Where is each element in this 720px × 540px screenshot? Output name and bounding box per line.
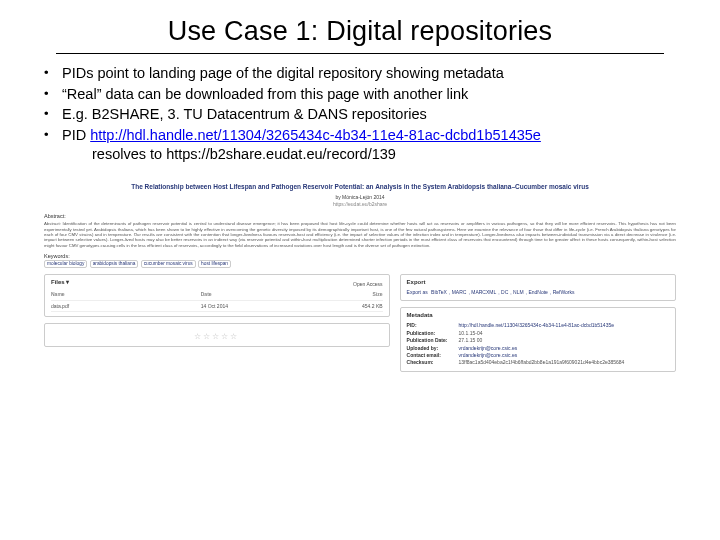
file-size: 454.2 KB (308, 303, 383, 309)
meta-pid-link[interactable]: http://hdl.handle.net/11304/3265434c-4b3… (459, 322, 669, 328)
files-header-row: Name Date Size (51, 289, 383, 300)
files-heading[interactable]: Files ▾ (51, 279, 69, 287)
file-name: data.pdf (51, 303, 201, 309)
meta-row-email: Contact email:vrdandekrijn@core.csic.es (407, 352, 669, 358)
export-format-link[interactable]: RefWorks (553, 289, 575, 295)
screenshot-landing-page: The Relationship between Host Lifespan a… (36, 183, 684, 378)
bullet-item: “Real” data can be downloaded from this … (44, 85, 684, 105)
record-url: https://eudat.eu/b2share (44, 201, 676, 207)
meta-row-uploader: Uploaded by:vrdandekrijn@core.csic.es (407, 345, 669, 351)
keyword-chip[interactable]: molecular biology (44, 260, 87, 268)
metadata-box: Metadata PID:http://hdl.handle.net/11304… (400, 307, 676, 372)
bullet-list: PIDs point to landing page of the digita… (36, 64, 684, 165)
keyword-chip[interactable]: arabidopsis thaliana (90, 260, 139, 268)
file-date: 14 Oct 2014 (201, 303, 308, 309)
files-box: Files ▾ Open Access Name Date Size data.… (44, 274, 390, 317)
panel-left: Files ▾ Open Access Name Date Size data.… (44, 274, 390, 378)
bullet-item: PIDs point to landing page of the digita… (44, 64, 684, 84)
rating-box: ☆☆☆☆☆ (44, 323, 390, 347)
keywords-label: Keywords: (44, 253, 676, 260)
export-format-link[interactable]: DC (501, 289, 508, 295)
meta-row-publication: Publication:10.1.15-04 (407, 330, 669, 336)
export-format-link[interactable]: BibTeX (431, 289, 447, 295)
abstract-label: Abstract: (44, 213, 676, 220)
keyword-chip[interactable]: cucumber mosaic virus (141, 260, 196, 268)
export-box: Export Export as BibTeX, MARC, MARCXML, … (400, 274, 676, 301)
keyword-chip[interactable]: host lifespan (198, 260, 231, 268)
export-format-link[interactable]: EndNote (528, 289, 547, 295)
file-row[interactable]: data.pdf 14 Oct 2014 454.2 KB (51, 301, 383, 312)
record-title: The Relationship between Host Lifespan a… (44, 183, 676, 191)
export-format-link[interactable]: MARC (452, 289, 467, 295)
rating-stars[interactable]: ☆☆☆☆☆ (51, 328, 383, 342)
col-name: Name (51, 291, 201, 297)
export-prefix: Export as (407, 289, 428, 295)
pid-link[interactable]: http://hdl.handle.net/11304/3265434c-4b3… (90, 127, 541, 143)
meta-row-pubdate: Publication Date:27.1.15 00 (407, 337, 669, 343)
panels: Files ▾ Open Access Name Date Size data.… (44, 274, 676, 378)
export-heading: Export (407, 279, 669, 287)
abstract-text: Abstract: Identification of the determin… (44, 221, 676, 248)
open-access-badge: Open Access (353, 281, 382, 287)
meta-row-checksum: Checksum:13ff8ac1a5d404eba2c1f4b6ffabd2b… (407, 359, 669, 365)
export-format-link[interactable]: MARCXML (471, 289, 496, 295)
slide: Use Case 1: Digital repositories PIDs po… (0, 0, 720, 540)
bullet-text: PIDs point to landing page of the digita… (62, 65, 504, 81)
export-format-link[interactable]: NLM (513, 289, 524, 295)
record-byline: by Mónica-Lejón 2014 (44, 194, 676, 200)
meta-row-pid: PID:http://hdl.handle.net/11304/3265434c… (407, 322, 669, 328)
bullet-item: PID http://hdl.handle.net/11304/3265434c… (44, 126, 684, 165)
bullet-text: E.g. B2SHARE, 3. TU Datacentrum & DANS r… (62, 106, 427, 122)
bullet-text: “Real” data can be downloaded from this … (62, 86, 468, 102)
keywords-row: molecular biology arabidopsis thaliana c… (44, 260, 676, 268)
export-links: Export as BibTeX, MARC, MARCXML, DC, NLM… (407, 289, 669, 295)
bullet-resolves: resolves to https://b2share.eudat.eu/rec… (62, 145, 684, 165)
col-date: Date (201, 291, 308, 297)
panel-right: Export Export as BibTeX, MARC, MARCXML, … (400, 274, 676, 378)
bullet-text-prefix: PID (62, 127, 90, 143)
metadata-heading: Metadata (407, 312, 669, 320)
col-size: Size (308, 291, 383, 297)
bullet-item: E.g. B2SHARE, 3. TU Datacentrum & DANS r… (44, 105, 684, 125)
slide-title: Use Case 1: Digital repositories (56, 14, 664, 54)
